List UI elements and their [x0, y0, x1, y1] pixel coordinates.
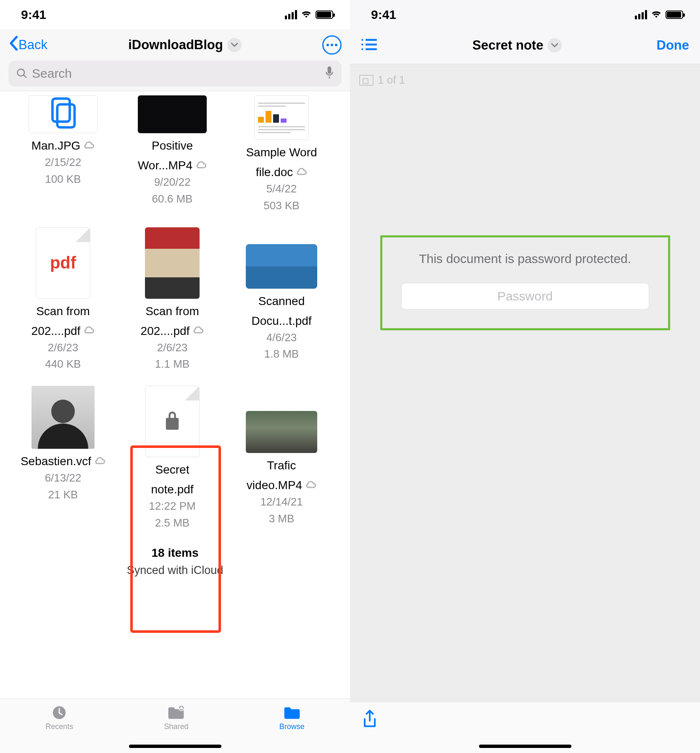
file-name: Man.JPG: [32, 138, 81, 153]
title-dropdown-button[interactable]: [227, 38, 242, 52]
page-count-text: 1 of 1: [378, 74, 405, 87]
file-item[interactable]: Secret note.pdf 12:22 PM 2.5 MB: [118, 386, 227, 545]
file-thumbnail: [138, 95, 207, 133]
file-thumbnail: [145, 227, 200, 299]
folder-title: iDownloadBlog: [128, 37, 223, 53]
file-item[interactable]: Trafic video.MP4 12/14/21 3 MB: [227, 386, 336, 545]
home-indicator[interactable]: [479, 745, 571, 748]
file-name: Docu...t.pdf: [251, 313, 311, 328]
search-field[interactable]: Search: [8, 61, 342, 87]
file-name: Sample Word: [246, 145, 317, 160]
password-field[interactable]: Password: [401, 283, 649, 310]
file-item[interactable]: pdf Scan from 202....pdf 2/6/23 440 KB: [8, 227, 118, 386]
file-item[interactable]: Scan from 202....pdf 2/6/23 1.1 MB: [118, 227, 227, 386]
nav-bar: Back iDownloadBlog Search: [0, 29, 350, 91]
list-view-button[interactable]: [361, 38, 378, 53]
password-panel: This document is password protected. Pas…: [380, 235, 670, 330]
title-dropdown-button[interactable]: [547, 38, 562, 53]
file-thumbnail: [29, 95, 97, 133]
file-item[interactable]: Man.JPG 2/15/22 100 KB: [8, 95, 118, 227]
share-icon: [362, 710, 378, 729]
file-date: 4/6/23: [266, 331, 297, 345]
home-indicator[interactable]: [129, 745, 221, 748]
file-date: 9/20/22: [154, 175, 191, 190]
chevron-left-icon: [8, 36, 18, 54]
nav-bar: Secret note Done: [350, 29, 700, 64]
tab-recents[interactable]: Recents: [45, 705, 73, 731]
list-icon: [361, 38, 378, 51]
file-size: 440 KB: [45, 357, 81, 371]
file-date: 12/14/21: [260, 495, 303, 509]
status-bar: 9:41: [0, 0, 350, 29]
clock-icon: [50, 705, 68, 721]
shared-folder-icon: [167, 705, 185, 721]
share-button[interactable]: [362, 710, 378, 731]
cloud-icon: [305, 480, 316, 490]
status-time: 9:41: [371, 8, 396, 22]
more-options-button[interactable]: [322, 35, 342, 55]
file-size: 3 MB: [269, 512, 295, 526]
status-bar: 9:41: [350, 0, 700, 29]
folder-footer: 18 items Synced with iCloud: [8, 546, 342, 577]
password-message: This document is password protected.: [395, 252, 655, 266]
ellipsis-icon: [326, 44, 337, 46]
files-grid[interactable]: Man.JPG 2/15/22 100 KB Positive Wor...MP…: [0, 91, 350, 577]
page-box-icon: [359, 75, 374, 86]
done-button[interactable]: Done: [657, 38, 689, 53]
cellular-icon: [635, 10, 647, 19]
search-placeholder: Search: [32, 66, 321, 81]
file-thumbnail: [246, 411, 317, 453]
file-thumbnail: [32, 386, 95, 449]
password-placeholder: Password: [497, 289, 553, 303]
file-name: Scan from: [36, 304, 90, 319]
status-time: 9:41: [21, 8, 46, 22]
svg-rect-1: [57, 104, 74, 127]
cloud-icon: [94, 456, 105, 466]
tab-browse[interactable]: Browse: [279, 705, 305, 731]
file-size: 1.8 MB: [264, 347, 299, 361]
file-date: 2/15/22: [45, 155, 82, 170]
file-name: Positive: [152, 138, 193, 153]
file-size: 60.6 MB: [152, 192, 193, 206]
battery-icon: [666, 11, 683, 19]
document-title: Secret note: [472, 38, 543, 53]
file-name: 202....pdf: [32, 324, 81, 338]
file-name: video.MP4: [247, 478, 302, 492]
svg-rect-0: [53, 99, 70, 122]
pdf-label: pdf: [50, 253, 76, 272]
tab-label: Browse: [279, 722, 305, 731]
file-item[interactable]: Sebastien.vcf 6/13/22 21 KB: [8, 386, 118, 545]
tab-label: Recents: [45, 722, 73, 731]
file-item[interactable]: Sample Word file.doc 5/4/22 503 KB: [227, 95, 336, 227]
microphone-icon: [325, 66, 334, 79]
file-size: 1.1 MB: [155, 357, 189, 371]
folder-icon: [283, 705, 301, 721]
file-name: Scanned: [258, 294, 305, 308]
file-name: 202....pdf: [141, 324, 190, 338]
chevron-down-icon: [231, 43, 238, 47]
item-count: 18 items: [8, 546, 342, 560]
tab-shared[interactable]: Shared: [164, 705, 188, 731]
back-button[interactable]: Back: [8, 36, 47, 54]
document-viewer-screen: 9:41 Secret note Done 1 of 1: [350, 0, 700, 753]
file-size: 2.5 MB: [155, 516, 189, 530]
file-name: Secret: [155, 462, 189, 477]
file-name: Scan from: [145, 304, 199, 319]
file-item[interactable]: Positive Wor...MP4 9/20/22 60.6 MB: [118, 95, 227, 227]
lock-icon: [163, 410, 182, 433]
status-icons: [285, 9, 333, 20]
dictate-button[interactable]: [325, 66, 334, 81]
file-item[interactable]: Scanned Docu...t.pdf 4/6/23 1.8 MB: [227, 227, 336, 386]
file-date: 6/13/22: [45, 471, 82, 485]
file-thumbnail: pdf: [36, 227, 90, 299]
file-name: note.pdf: [151, 482, 193, 497]
file-name: Wor...MP4: [138, 158, 192, 173]
file-thumbnail: [246, 244, 317, 289]
file-thumbnail: [145, 386, 200, 457]
file-name: Sebastien.vcf: [21, 454, 91, 469]
file-date: 2/6/23: [157, 341, 187, 355]
files-app-screen: 9:41 Back iDownloadBlog: [0, 0, 350, 753]
back-label: Back: [18, 37, 47, 53]
file-thumbnail: [254, 95, 309, 140]
file-date: 5/4/22: [266, 182, 297, 196]
